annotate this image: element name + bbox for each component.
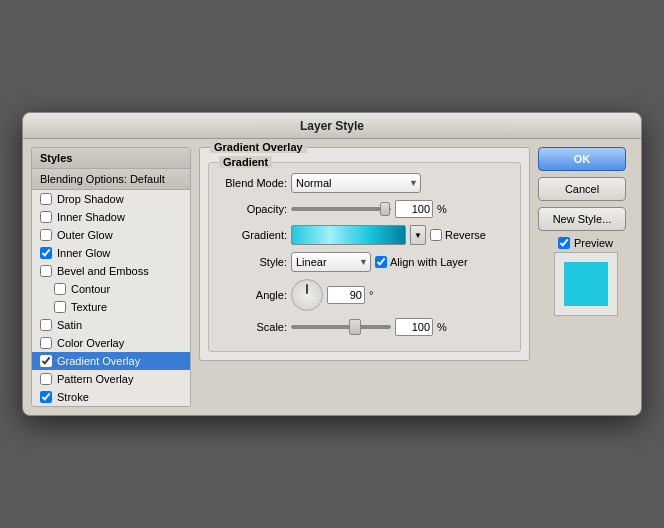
new-style-button[interactable]: New Style... — [538, 207, 626, 231]
layer-item-bevel-emboss[interactable]: Bevel and Emboss — [32, 262, 190, 280]
scale-unit: % — [437, 321, 447, 333]
cancel-button[interactable]: Cancel — [538, 177, 626, 201]
blending-options-header[interactable]: Blending Options: Default — [32, 169, 190, 190]
dialog-title: Layer Style — [23, 113, 641, 139]
style-row: Style: Linear Radial Angle Reflected Dia… — [217, 252, 512, 272]
layer-item-gradient-overlay[interactable]: Gradient Overlay — [32, 352, 190, 370]
inner-glow-checkbox[interactable] — [40, 247, 52, 259]
blend-mode-row: Blend Mode: Normal Dissolve Multiply Scr… — [217, 173, 512, 193]
styles-header[interactable]: Styles — [32, 148, 190, 169]
satin-label: Satin — [57, 319, 82, 331]
left-panel: Styles Blending Options: Default Drop Sh… — [31, 147, 191, 407]
angle-input[interactable] — [327, 286, 365, 304]
color-overlay-checkbox[interactable] — [40, 337, 52, 349]
outer-glow-label: Outer Glow — [57, 229, 113, 241]
right-panel: OK Cancel New Style... Preview — [538, 147, 633, 407]
contour-label: Contour — [71, 283, 110, 295]
preview-section: Preview — [538, 237, 633, 316]
gradient-overlay-label: Gradient Overlay — [57, 355, 140, 367]
layer-item-contour[interactable]: Contour — [32, 280, 190, 298]
opacity-unit: % — [437, 203, 447, 215]
layer-item-satin[interactable]: Satin — [32, 316, 190, 334]
layer-item-outer-glow[interactable]: Outer Glow — [32, 226, 190, 244]
pattern-overlay-label: Pattern Overlay — [57, 373, 133, 385]
drop-shadow-checkbox[interactable] — [40, 193, 52, 205]
drop-shadow-label: Drop Shadow — [57, 193, 124, 205]
scale-row: Scale: % — [217, 318, 512, 336]
outer-glow-checkbox[interactable] — [40, 229, 52, 241]
opacity-row: Opacity: % — [217, 200, 512, 218]
reverse-label: Reverse — [445, 229, 486, 241]
pattern-overlay-checkbox[interactable] — [40, 373, 52, 385]
ok-button[interactable]: OK — [538, 147, 626, 171]
gradient-inner-group: Gradient Blend Mode: Normal Dissolve Mul… — [208, 162, 521, 352]
gradient-swatch[interactable] — [291, 225, 406, 245]
stroke-label: Stroke — [57, 391, 89, 403]
layer-item-texture[interactable]: Texture — [32, 298, 190, 316]
layer-item-inner-shadow[interactable]: Inner Shadow — [32, 208, 190, 226]
gradient-row: Gradient: ▼ Reverse — [217, 225, 512, 245]
angle-label: Angle: — [217, 289, 287, 301]
middle-panel: Gradient Overlay Gradient Blend Mode: No… — [199, 147, 530, 407]
color-overlay-label: Color Overlay — [57, 337, 124, 349]
style-select[interactable]: Linear Radial Angle Reflected Diamond — [291, 252, 371, 272]
preview-box — [554, 252, 618, 316]
align-layer-label[interactable]: Align with Layer — [375, 256, 468, 268]
texture-checkbox[interactable] — [54, 301, 66, 313]
align-layer-text: Align with Layer — [390, 256, 468, 268]
stroke-checkbox[interactable] — [40, 391, 52, 403]
preview-label: Preview — [574, 237, 613, 249]
layer-style-dialog: Layer Style Styles Blending Options: Def… — [22, 112, 642, 416]
reverse-checkbox[interactable] — [430, 229, 442, 241]
layer-item-color-overlay[interactable]: Color Overlay — [32, 334, 190, 352]
angle-row: Angle: ° — [217, 279, 512, 311]
style-label: Style: — [217, 256, 287, 268]
layer-item-stroke[interactable]: Stroke — [32, 388, 190, 406]
gradient-label: Gradient: — [217, 229, 287, 241]
opacity-input[interactable] — [395, 200, 433, 218]
satin-checkbox[interactable] — [40, 319, 52, 331]
scale-label: Scale: — [217, 321, 287, 333]
angle-unit: ° — [369, 289, 373, 301]
contour-checkbox[interactable] — [54, 283, 66, 295]
gradient-inner-label: Gradient — [219, 156, 272, 168]
layer-item-pattern-overlay[interactable]: Pattern Overlay — [32, 370, 190, 388]
inner-glow-label: Inner Glow — [57, 247, 110, 259]
angle-dial[interactable] — [291, 279, 323, 311]
gradient-overlay-group-label: Gradient Overlay — [210, 141, 307, 153]
blend-mode-select-wrapper[interactable]: Normal Dissolve Multiply Screen Overlay … — [291, 173, 421, 193]
preview-header: Preview — [558, 237, 613, 249]
bevel-emboss-label: Bevel and Emboss — [57, 265, 149, 277]
gradient-overlay-group: Gradient Overlay Gradient Blend Mode: No… — [199, 147, 530, 361]
inner-shadow-checkbox[interactable] — [40, 211, 52, 223]
preview-checkbox[interactable] — [558, 237, 570, 249]
texture-label: Texture — [71, 301, 107, 313]
opacity-label: Opacity: — [217, 203, 287, 215]
gradient-overlay-checkbox[interactable] — [40, 355, 52, 367]
gradient-dropdown-button[interactable]: ▼ — [410, 225, 426, 245]
inner-shadow-label: Inner Shadow — [57, 211, 125, 223]
style-select-wrapper[interactable]: Linear Radial Angle Reflected Diamond ▼ — [291, 252, 371, 272]
scale-slider[interactable] — [291, 325, 391, 329]
bevel-emboss-checkbox[interactable] — [40, 265, 52, 277]
reverse-checkbox-label[interactable]: Reverse — [430, 229, 486, 241]
preview-swatch — [564, 262, 608, 306]
blend-mode-select[interactable]: Normal Dissolve Multiply Screen Overlay — [291, 173, 421, 193]
align-layer-checkbox[interactable] — [375, 256, 387, 268]
blend-mode-label: Blend Mode: — [217, 177, 287, 189]
scale-input[interactable] — [395, 318, 433, 336]
opacity-slider[interactable] — [291, 207, 391, 211]
layer-item-drop-shadow[interactable]: Drop Shadow — [32, 190, 190, 208]
layer-item-inner-glow[interactable]: Inner Glow — [32, 244, 190, 262]
